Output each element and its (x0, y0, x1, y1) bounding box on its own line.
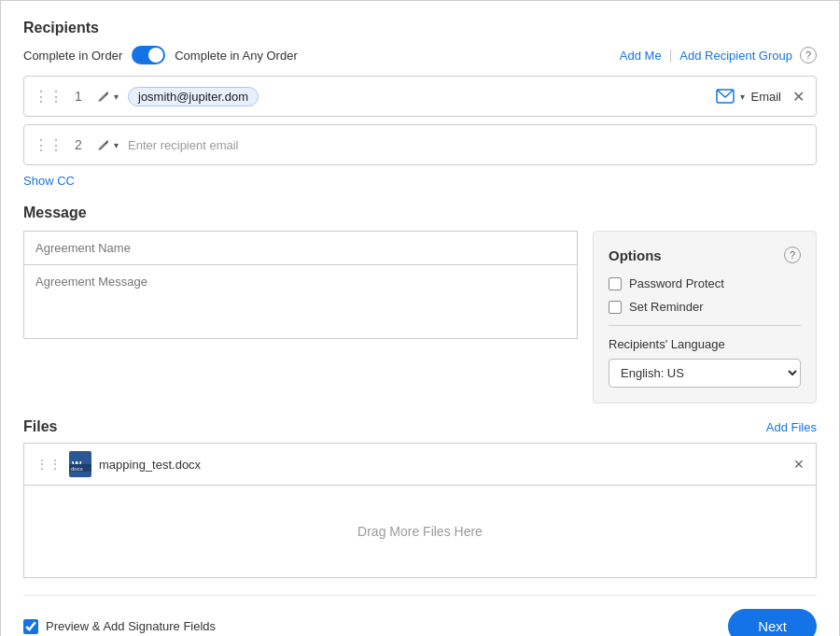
files-header: Files Add Files (23, 418, 817, 435)
email-type-label-1: Email (750, 90, 781, 104)
signer-icon-2[interactable]: ▾ (95, 136, 119, 153)
add-files-button[interactable]: Add Files (766, 420, 817, 434)
recipients-language-label: Recipients' Language (609, 337, 801, 351)
show-cc-link[interactable]: Show CC (23, 174, 75, 188)
divider: | (669, 48, 673, 63)
set-reminder-checkbox[interactable] (609, 301, 622, 314)
row-number-1: 1 (71, 89, 86, 104)
signer-icon-1[interactable]: ▾ (95, 88, 119, 105)
file-name: mapping_test.docx (99, 458, 793, 472)
next-button[interactable]: Next (728, 609, 817, 636)
complete-in-order-label: Complete in Order (23, 49, 122, 63)
set-reminder-row: Set Reminder (609, 300, 801, 314)
message-section: Message Options ? Password Protect Set (23, 205, 817, 403)
drop-zone[interactable]: Drag More Files Here (23, 485, 817, 578)
message-options-columns: Options ? Password Protect Set Reminder … (23, 231, 817, 403)
signer-chevron-2[interactable]: ▾ (114, 140, 119, 150)
email-type-chevron-1[interactable]: ▾ (740, 92, 745, 102)
password-protect-label: Password Protect (629, 276, 724, 290)
complete-order-left: Complete in Order Complete in Any Order (23, 46, 298, 64)
drop-zone-text: Drag More Files Here (357, 524, 483, 539)
files-section-title: Files (23, 418, 57, 435)
files-section: Files Add Files ⋮⋮ W docx mapping_test.d… (23, 418, 817, 578)
complete-order-right: Add Me | Add Recipient Group ? (620, 47, 817, 64)
help-icon[interactable]: ? (800, 47, 817, 64)
password-protect-row: Password Protect (609, 276, 801, 290)
agreement-name-input[interactable] (23, 231, 578, 264)
preview-checkbox-row: Preview & Add Signature Fields (23, 619, 728, 634)
add-me-button[interactable]: Add Me (620, 49, 662, 63)
message-section-title: Message (23, 205, 817, 221)
set-reminder-label: Set Reminder (629, 300, 703, 314)
preview-label: Preview & Add Signature Fields (46, 619, 216, 633)
recipient-row-1: ⋮⋮ 1 ▾ josmith@jupiter.dom ▾ Email ✕ (23, 76, 817, 117)
drag-handle-2[interactable]: ⋮⋮ (34, 136, 63, 154)
options-header: Options ? (609, 247, 801, 263)
add-recipient-group-button[interactable]: Add Recipient Group (679, 49, 792, 63)
complete-order-row: Complete in Order Complete in Any Order … (23, 46, 817, 64)
footer-row: Preview & Add Signature Fields Next (23, 595, 817, 636)
row-number-2: 2 (71, 137, 86, 152)
message-left-col (23, 231, 578, 342)
recipient-email-placeholder-2: Enter recipient email (128, 138, 806, 152)
file-icon: W docx (69, 451, 91, 477)
options-title: Options (609, 247, 662, 263)
options-divider (609, 325, 801, 326)
main-container: Recipients Complete in Order Complete in… (0, 0, 840, 636)
agreement-message-textarea[interactable] (23, 264, 578, 339)
email-type-section-1: ▾ Email (716, 89, 781, 104)
file-remove-button[interactable]: ✕ (793, 457, 805, 472)
email-icon-1 (716, 89, 735, 104)
recipients-section-title: Recipients (23, 20, 817, 36)
file-item-row: ⋮⋮ W docx mapping_test.docx ✕ (23, 443, 817, 485)
drag-handle-1[interactable]: ⋮⋮ (34, 88, 63, 106)
recipient-email-1[interactable]: josmith@jupiter.dom (128, 87, 259, 106)
language-select[interactable]: English: US English: UK French German Sp… (609, 359, 801, 388)
complete-any-order-label: Complete in Any Order (175, 49, 298, 63)
preview-checkbox[interactable] (23, 619, 38, 634)
svg-text:docx: docx (71, 466, 83, 472)
options-help-icon[interactable]: ? (784, 247, 801, 263)
password-protect-checkbox[interactable] (609, 277, 622, 290)
remove-recipient-1[interactable]: ✕ (791, 88, 806, 106)
signer-chevron-1[interactable]: ▾ (114, 92, 119, 102)
file-drag-handle[interactable]: ⋮⋮ (35, 457, 62, 472)
options-panel: Options ? Password Protect Set Reminder … (593, 231, 817, 403)
recipient-row-2: ⋮⋮ 2 ▾ Enter recipient email (23, 124, 817, 165)
complete-order-toggle[interactable] (132, 46, 165, 64)
